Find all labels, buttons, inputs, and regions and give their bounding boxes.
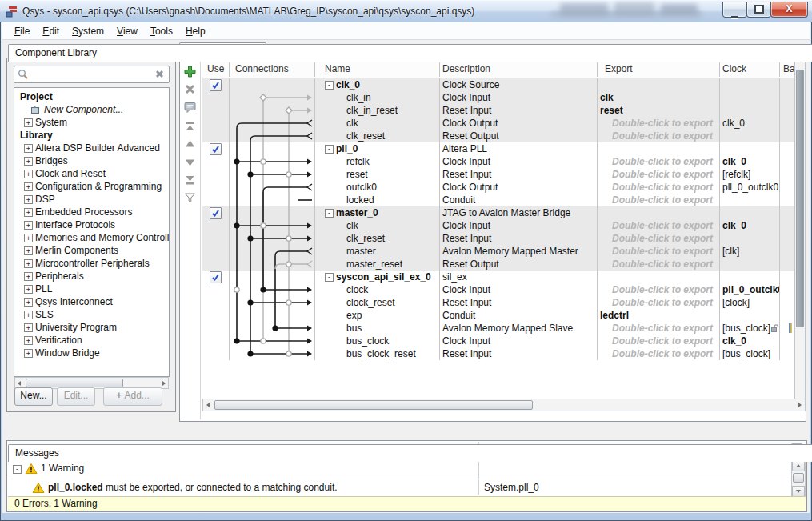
use-checkbox[interactable]: [210, 79, 222, 91]
export-cell[interactable]: Double-click to export: [597, 296, 719, 309]
close-button[interactable]: X: [770, 2, 808, 18]
name-cell[interactable]: -master_0: [314, 206, 439, 219]
clock-cell[interactable]: [722, 309, 779, 322]
tree-item-system[interactable]: +System: [14, 116, 170, 129]
toolbar-comment-icon[interactable]: [183, 100, 197, 114]
minimize-button[interactable]: [722, 2, 747, 18]
name-cell[interactable]: clk: [314, 219, 439, 232]
export-cell[interactable]: ledctrl: [597, 309, 719, 322]
clock-cell[interactable]: [clock]: [722, 296, 779, 309]
scrollbar-thumb[interactable]: [214, 400, 533, 410]
name-cell[interactable]: clk_reset: [314, 130, 439, 142]
menu-system[interactable]: System: [66, 23, 110, 39]
name-cell[interactable]: reset: [314, 168, 439, 181]
expand-box-icon[interactable]: +: [24, 118, 33, 127]
export-cell[interactable]: Double-click to export: [597, 232, 719, 245]
export-cell[interactable]: reset: [597, 104, 719, 117]
export-cell[interactable]: Double-click to export: [597, 258, 719, 271]
scrollbar-thumb[interactable]: [26, 379, 123, 387]
expand-box-icon[interactable]: +: [24, 285, 33, 294]
clock-cell[interactable]: [722, 130, 779, 142]
name-cell[interactable]: clk_in_reset: [314, 104, 439, 117]
clock-cell[interactable]: clk_0: [722, 117, 779, 130]
export-cell[interactable]: Double-click to export: [597, 322, 719, 335]
tree-item-new-component-[interactable]: New Component...: [14, 103, 170, 116]
expand-box-icon[interactable]: +: [24, 234, 33, 242]
expand-box-icon[interactable]: +: [24, 144, 33, 153]
tree-item-verification[interactable]: +Verification: [14, 334, 170, 347]
menu-edit[interactable]: Edit: [36, 23, 66, 39]
tree-item-interface-protocols[interactable]: +Interface Protocols: [14, 218, 170, 231]
tree-item-pll[interactable]: +PLL: [14, 283, 170, 295]
message-summary-row[interactable]: - 1 Warning: [8, 459, 792, 479]
clock-cell[interactable]: [722, 104, 779, 117]
tree-item-project[interactable]: Project: [20, 90, 170, 103]
expand-box-icon[interactable]: +: [24, 298, 33, 307]
export-cell[interactable]: Double-click to export: [597, 181, 719, 194]
clock-cell[interactable]: pll_0_outclk0: [722, 181, 779, 194]
name-cell[interactable]: clock_reset: [314, 296, 439, 309]
name-cell[interactable]: -clk_0: [314, 78, 439, 91]
scroll-left-arrow[interactable]: [18, 381, 21, 386]
export-cell[interactable]: [597, 78, 719, 91]
tree-item-window-bridge[interactable]: +Window Bridge: [14, 347, 170, 359]
expand-box-icon[interactable]: +: [24, 170, 33, 178]
export-cell[interactable]: Double-click to export: [597, 155, 719, 168]
expand-box-icon[interactable]: +: [24, 272, 33, 281]
toolbar-add-icon[interactable]: [183, 65, 197, 78]
name-cell[interactable]: clk: [314, 117, 439, 130]
new-component-button[interactable]: New...: [14, 387, 53, 406]
clock-cell[interactable]: clk_0: [722, 335, 779, 347]
name-cell[interactable]: clk_in: [314, 91, 439, 104]
expand-box-icon[interactable]: +: [24, 182, 33, 191]
clock-cell[interactable]: [722, 142, 779, 155]
clock-cell[interactable]: [722, 206, 779, 219]
name-cell[interactable]: master: [314, 245, 439, 258]
clock-cell[interactable]: [722, 271, 779, 283]
tree-item-memories-and-memory-controllers[interactable]: +Memories and Memory Controllers: [14, 231, 170, 244]
export-cell[interactable]: Double-click to export: [597, 335, 719, 347]
name-cell[interactable]: outclk0: [314, 181, 439, 194]
name-cell[interactable]: bus_clock_reset: [314, 347, 439, 360]
export-cell[interactable]: Double-click to export: [597, 130, 719, 142]
name-cell[interactable]: master_reset: [314, 258, 439, 271]
export-cell[interactable]: Double-click to export: [597, 245, 719, 258]
table-horizontal-scrollbar[interactable]: [202, 399, 806, 411]
use-checkbox[interactable]: [210, 271, 222, 283]
scrollbar-thumb[interactable]: [796, 70, 804, 327]
toolbar-move-bottom-icon[interactable]: [183, 173, 197, 186]
tree-item-university-program[interactable]: +University Program: [14, 321, 170, 334]
clock-cell[interactable]: [722, 194, 779, 206]
export-cell[interactable]: clk: [597, 91, 719, 104]
name-cell[interactable]: -syscon_api_sil_ex_0: [314, 271, 439, 283]
toolbar-move-down-icon[interactable]: [183, 155, 197, 169]
expand-box-icon[interactable]: +: [24, 259, 33, 268]
tree-item-library[interactable]: Library: [20, 129, 170, 142]
tree-item-sls[interactable]: +SLS: [14, 308, 170, 321]
tree-item-dsp[interactable]: +DSP: [14, 193, 170, 206]
toolbar-move-top-icon[interactable]: [183, 120, 197, 134]
toolbar-filter-icon[interactable]: [183, 191, 197, 205]
use-checkbox[interactable]: [210, 143, 222, 155]
scroll-right-arrow[interactable]: [162, 381, 166, 386]
clock-cell[interactable]: [722, 91, 779, 104]
clock-cell[interactable]: [clk]: [722, 245, 779, 258]
menu-help[interactable]: Help: [179, 23, 212, 39]
menu-file[interactable]: File: [8, 23, 36, 39]
export-cell[interactable]: Double-click to export: [597, 117, 719, 130]
name-cell[interactable]: exp: [314, 309, 439, 322]
table-vertical-scrollbar[interactable]: [794, 61, 806, 399]
message-row[interactable]: pll_0.locked must be exported, or connec…: [8, 479, 792, 496]
expand-box-icon[interactable]: +: [24, 157, 33, 166]
collapse-box-icon[interactable]: -: [325, 145, 334, 154]
clock-cell[interactable]: [refclk]: [722, 168, 779, 181]
scroll-right-arrow[interactable]: [798, 403, 802, 407]
name-cell[interactable]: -pll_0: [314, 142, 439, 155]
name-cell[interactable]: bus: [314, 322, 439, 335]
use-checkbox[interactable]: [210, 207, 222, 219]
export-cell[interactable]: [597, 142, 719, 155]
expand-box-icon[interactable]: +: [24, 208, 33, 217]
tree-item-bridges[interactable]: +Bridges: [14, 154, 170, 167]
expand-box-icon[interactable]: +: [24, 195, 33, 204]
tree-item-merlin-components[interactable]: +Merlin Components: [14, 244, 170, 257]
